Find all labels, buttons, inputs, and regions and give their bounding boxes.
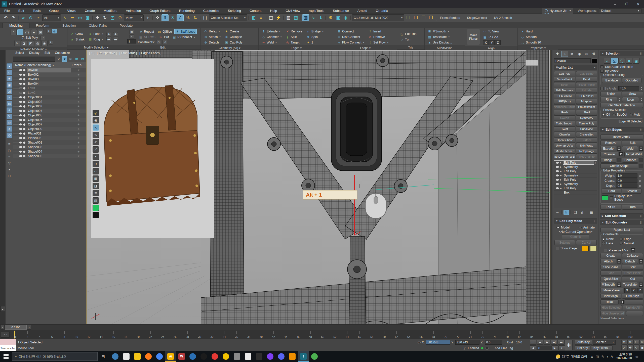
next-frame-button[interactable]: › — [27, 325, 31, 330]
motion-tab[interactable]: ◉ — [576, 51, 583, 57]
tray-icon[interactable]: ✎ — [601, 355, 604, 358]
ribbon-button[interactable]: ☰Ring — [87, 37, 104, 42]
start-button[interactable] — [0, 351, 12, 362]
object-name[interactable]: Object005 — [27, 113, 71, 117]
modifier-name[interactable]: Edit Poly — [563, 178, 597, 182]
modifier-visibility-icon[interactable] — [556, 183, 559, 185]
constraint-face-radio[interactable] — [602, 242, 605, 245]
window-crossing-icon[interactable]: ▣ — [84, 14, 91, 21]
zoom-extents-all-icon[interactable]: ⊞ — [639, 340, 644, 345]
menu-item[interactable]: Views — [63, 8, 80, 14]
menu-item[interactable]: Group — [45, 8, 63, 14]
scene-object-row[interactable]: Object002 — [13, 100, 86, 104]
frozen-icon[interactable] — [71, 105, 86, 108]
preview-multi-icon[interactable]: ◩ — [28, 40, 34, 46]
maximize-button[interactable]: ❐ — [621, 0, 632, 8]
modifier-set-button[interactable]: Fillet/Chamfer — [576, 154, 597, 159]
edit-geometry-button[interactable]: Create — [600, 253, 621, 258]
turn-button[interactable]: Turn — [622, 205, 643, 210]
ring-button[interactable]: Ring — [600, 97, 617, 102]
edit-edges-button[interactable]: Remove — [600, 140, 621, 145]
edge-subobject-icon[interactable]: ◺ — [17, 29, 23, 35]
taskbar-app-icon[interactable] — [121, 351, 132, 362]
ribbon-button[interactable]: ↺Spin — [305, 34, 325, 39]
edit-edges-button[interactable]: Bridge — [600, 158, 616, 163]
edit-geometry-button[interactable]: Unhide All — [623, 305, 643, 310]
panel-splitter[interactable] — [550, 50, 552, 324]
menu-item[interactable]: Scripting — [224, 8, 246, 14]
ribbon-button[interactable]: ◿Turn — [399, 37, 417, 42]
ribbon-button[interactable]: ⊞MSmooth — [427, 29, 453, 34]
visibility-eye-icon[interactable] — [19, 78, 22, 80]
time-tag-lock-icon[interactable]: ⚿ — [463, 347, 466, 350]
scene-object-row[interactable]: Low2 — [13, 90, 86, 95]
display-filter-icon[interactable]: ✳ — [7, 126, 12, 132]
constraint-edge-icon[interactable]: ◿ — [163, 40, 167, 44]
menu-item[interactable]: Arnold — [353, 8, 372, 14]
planar-y-button[interactable]: Y — [631, 288, 636, 293]
select-and-rotate-icon[interactable]: ↻ — [101, 14, 108, 21]
key-filters-button[interactable]: Key Filters... — [591, 345, 613, 350]
toggle-ribbon-icon[interactable]: ▧ — [292, 14, 299, 21]
section-label[interactable]: Tris — [397, 45, 424, 50]
frozen-icon[interactable] — [71, 141, 86, 144]
configure-modifier-sets-icon[interactable]: ▦ — [589, 210, 594, 215]
settings-box[interactable] — [620, 300, 624, 304]
hard-button[interactable]: Hard — [602, 189, 621, 194]
modifier-set-button[interactable]: Push — [554, 110, 575, 115]
cancel-button[interactable]: Cancel — [576, 240, 597, 245]
menu-item[interactable]: Content — [245, 8, 266, 14]
settings-box[interactable] — [639, 283, 643, 287]
scene-object-row[interactable]: Object001 — [13, 95, 86, 100]
viewport-label[interactable]: [ + ] [ Perspective ] [ Standard* ] [ Ed… — [89, 51, 161, 55]
expand-arrow-icon[interactable]: ▶ — [560, 183, 563, 185]
toolbar-icon[interactable]: | — [248, 14, 250, 21]
uv-2-smooth-button[interactable]: UV 2 Smooth — [493, 14, 513, 21]
show-end-result-icon[interactable]: ⍗ — [564, 210, 569, 215]
section-label[interactable]: Edges ▾ — [259, 46, 334, 50]
frozen-icon[interactable] — [71, 137, 86, 140]
ribbon-button[interactable]: ✕Remove — [285, 29, 303, 34]
ribbon-tab[interactable]: Populate — [113, 23, 139, 28]
viewcube-placeholder[interactable] — [526, 60, 538, 66]
taskbar-app-icon[interactable] — [154, 351, 165, 362]
shape-connect-button[interactable]: ShapeConnect — [465, 14, 488, 21]
maxscript-mini-listener[interactable]: Time to solve: — [0, 339, 16, 351]
taskbar-app-icon[interactable] — [254, 351, 265, 362]
ring-spinner[interactable] — [618, 98, 621, 102]
soft-selection-icon[interactable]: ◉ — [42, 40, 48, 46]
taskbar-app-icon[interactable] — [220, 351, 231, 362]
edit-geometry-button[interactable]: Cut — [622, 276, 643, 281]
modifier-set-button[interactable]: Symmetry — [576, 115, 597, 120]
render-production-icon[interactable]: ◉ — [342, 14, 349, 21]
redo-icon[interactable]: ↷ — [10, 14, 17, 21]
visibility-eye-icon[interactable] — [19, 114, 22, 116]
visibility-eye-icon[interactable] — [19, 151, 22, 153]
bind-to-spacewarp-icon[interactable]: ≈ — [35, 14, 42, 21]
spinner-snap-icon[interactable]: ⇅ — [192, 14, 199, 21]
frozen-column-header[interactable]: Frozen — [70, 63, 86, 67]
edit-edges-button[interactable]: Target Weld — [624, 152, 643, 157]
menu-item[interactable]: Ornatrix — [372, 8, 392, 14]
modifier-name[interactable]: Symmetry — [563, 182, 597, 186]
scene-object-row[interactable]: Shape004 — [13, 149, 86, 154]
scene-object-row[interactable]: Plane002 — [13, 136, 86, 140]
toolbar-icon[interactable]: | — [152, 14, 153, 21]
taskbar-clock[interactable]: 오전 3:38 2021-07-28 — [616, 353, 632, 360]
scene-object-row[interactable]: Box004 — [13, 81, 86, 86]
user-account-menu[interactable]: Hyunsuk Jin ▾ — [542, 8, 573, 14]
tray-icon[interactable]: ♪ — [607, 355, 608, 358]
close-button[interactable]: ✕ — [632, 0, 644, 8]
modifier-stack-row[interactable]: ▶ Edit Poly — [554, 169, 597, 173]
menu-item[interactable]: Animation — [122, 8, 145, 14]
align-z-button[interactable]: Z — [495, 40, 501, 45]
edit-geometry-button[interactable]: Collapse — [622, 253, 643, 258]
display-filter-icon[interactable]: ▽ — [7, 160, 12, 166]
next-modifier-icon[interactable]: ⇟ — [48, 40, 53, 44]
object-name[interactable]: Object004 — [27, 109, 71, 113]
display-filter-icon[interactable]: ✎ — [7, 114, 12, 119]
make-planar-button[interactable]: Make Planar — [467, 29, 480, 45]
go-to-end-button[interactable]: ⏭ — [558, 340, 565, 345]
remove-modifier-icon[interactable]: 🗑 — [580, 210, 585, 215]
modifier-name[interactable]: Edit Poly — [563, 161, 594, 164]
